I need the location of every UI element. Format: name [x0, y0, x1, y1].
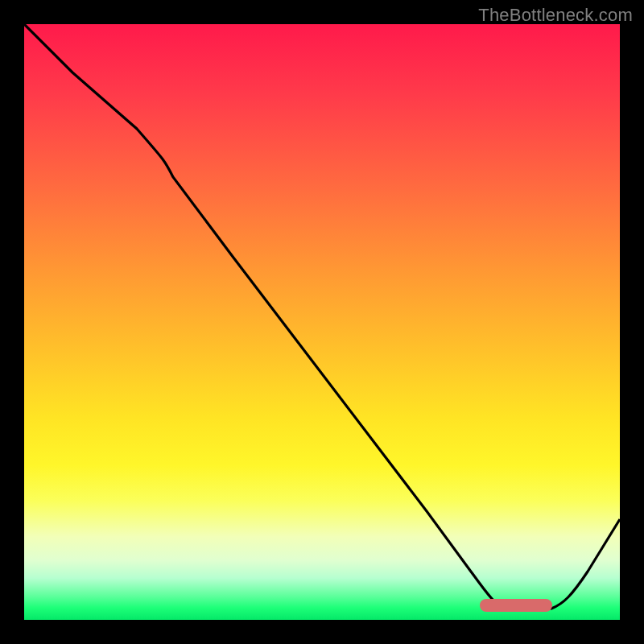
- optimal-range-marker: [480, 599, 552, 612]
- attribution-text: TheBottleneck.com: [478, 5, 633, 26]
- plot-area: [24, 24, 620, 620]
- bottleneck-curve: [24, 24, 620, 610]
- curve-layer: [24, 24, 620, 620]
- bottleneck-chart: TheBottleneck.com: [0, 0, 644, 644]
